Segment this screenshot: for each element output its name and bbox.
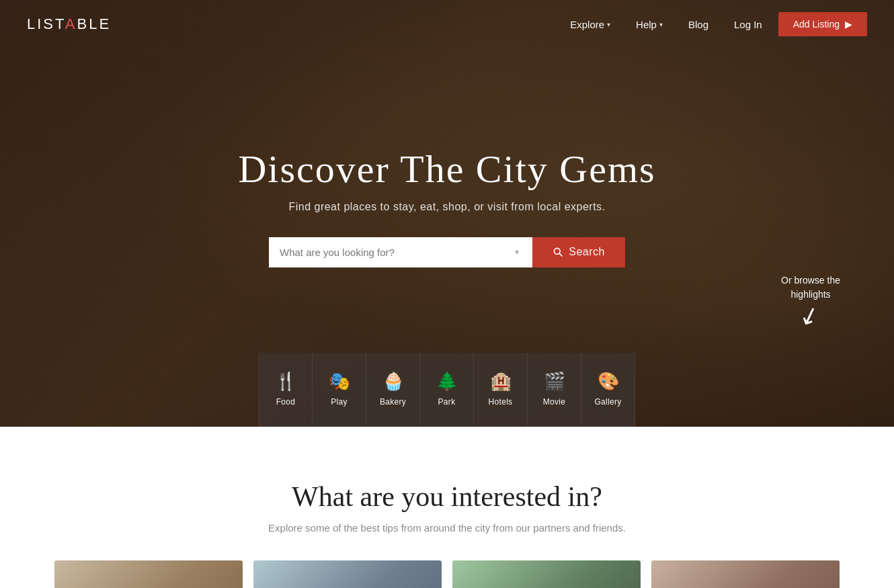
search-dropdown-arrow-icon[interactable]: ▾ xyxy=(512,247,522,257)
hero-title: Discover The City Gems xyxy=(238,146,655,192)
card-image-4 xyxy=(651,560,840,588)
logo-accent: A xyxy=(65,15,77,32)
category-park[interactable]: 🌲 Park xyxy=(420,353,474,427)
browse-text: Or browse the highlights xyxy=(781,274,840,302)
category-movie[interactable]: 🎬 Movie xyxy=(528,353,581,427)
category-food[interactable]: 🍴 Food xyxy=(259,353,313,427)
category-bar: 🍴 Food 🎭 Play 🧁 Bakery 🌲 Park 🏨 Hotels 🎬… xyxy=(259,353,635,427)
card-image-3 xyxy=(452,560,641,588)
card-image-1 xyxy=(54,560,243,588)
gallery-icon: 🎨 xyxy=(598,373,619,390)
food-icon: 🍴 xyxy=(275,373,296,390)
category-movie-label: Movie xyxy=(543,397,566,407)
search-input-wrapper: ▾ xyxy=(269,237,532,267)
nav-blog[interactable]: Blog xyxy=(679,13,718,36)
svg-line-1 xyxy=(559,253,562,256)
search-input[interactable] xyxy=(280,237,512,267)
park-icon: 🌲 xyxy=(436,373,458,390)
category-gallery[interactable]: 🎨 Gallery xyxy=(581,353,635,427)
interest-card-3[interactable] xyxy=(452,560,641,588)
search-button[interactable]: Search xyxy=(532,237,625,267)
interest-section: What are you interested in? Explore some… xyxy=(0,427,894,588)
hero-section: Discover The City Gems Find great places… xyxy=(0,0,894,427)
logo-text-after: BLE xyxy=(77,15,112,32)
search-icon xyxy=(553,247,563,257)
logo-text-before: LIST xyxy=(27,15,65,32)
interest-card-4[interactable] xyxy=(651,560,840,588)
search-bar: ▾ Search xyxy=(269,237,625,267)
add-listing-arrow-icon: ▶ xyxy=(845,19,852,30)
category-hotels-label: Hotels xyxy=(489,397,513,407)
hero-subtitle: Find great places to stay, eat, shop, or… xyxy=(238,201,655,213)
browse-highlights-hint: Or browse the highlights ↙ xyxy=(781,274,840,333)
category-play[interactable]: 🎭 Play xyxy=(313,353,366,427)
browse-arrow-icon: ↙ xyxy=(778,298,824,338)
bakery-icon: 🧁 xyxy=(382,373,404,390)
navbar: LISTABLE Explore ▾ Help ▾ Blog Log In Ad… xyxy=(0,0,894,48)
site-logo[interactable]: LISTABLE xyxy=(27,15,111,33)
interest-card-2[interactable] xyxy=(253,560,442,588)
svg-point-0 xyxy=(555,248,561,254)
category-play-label: Play xyxy=(331,397,348,407)
category-park-label: Park xyxy=(438,397,456,407)
category-bakery-label: Bakery xyxy=(380,397,406,407)
interest-card-1[interactable] xyxy=(54,560,243,588)
category-bakery[interactable]: 🧁 Bakery xyxy=(366,353,420,427)
help-chevron-icon: ▾ xyxy=(659,21,663,28)
movie-icon: 🎬 xyxy=(544,373,565,390)
interest-title: What are you interested in? xyxy=(27,480,867,513)
nav-login[interactable]: Log In xyxy=(725,13,772,36)
interest-subtitle: Explore some of the best tips from aroun… xyxy=(27,522,867,534)
add-listing-button[interactable]: Add Listing ▶ xyxy=(778,12,867,36)
nav-links: Explore ▾ Help ▾ Blog Log In Add Listing… xyxy=(561,12,867,36)
nav-explore[interactable]: Explore ▾ xyxy=(561,13,620,36)
interest-cards-row xyxy=(44,560,850,588)
explore-chevron-icon: ▾ xyxy=(607,21,610,28)
hero-content: Discover The City Gems Find great places… xyxy=(225,146,669,267)
card-image-2 xyxy=(253,560,442,588)
hotels-icon: 🏨 xyxy=(490,373,512,390)
category-gallery-label: Gallery xyxy=(594,397,621,407)
category-food-label: Food xyxy=(276,397,296,407)
nav-help[interactable]: Help ▾ xyxy=(626,13,672,36)
category-hotels[interactable]: 🏨 Hotels xyxy=(474,353,528,427)
play-icon: 🎭 xyxy=(329,373,350,390)
